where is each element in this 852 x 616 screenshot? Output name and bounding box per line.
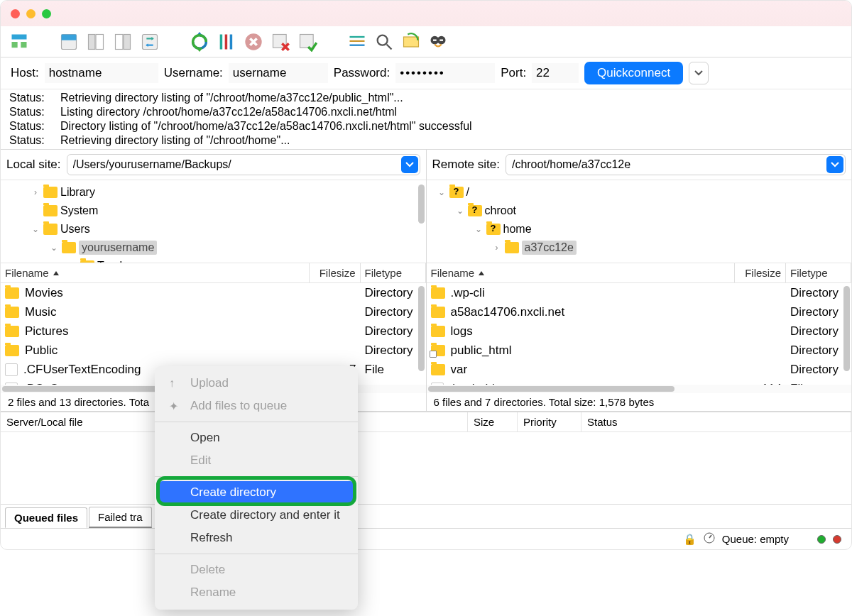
remote-file-list[interactable]: .wp-cliDirectorya58ac14706.nxcli.netDire…	[427, 283, 852, 385]
file-row[interactable]: public_htmlDirectory	[427, 341, 852, 360]
file-row[interactable]: PublicDirectory	[1, 341, 426, 360]
disconnect-icon[interactable]	[269, 31, 292, 53]
file-row[interactable]: MusicDirectory	[1, 302, 426, 321]
chevron-icon[interactable]: ›	[492, 243, 502, 253]
quickconnect-button[interactable]: Quickconnect	[584, 62, 683, 84]
chevron-icon[interactable]: ⌄	[455, 206, 465, 216]
file-type: Directory	[786, 324, 851, 339]
tree-row[interactable]: Trash	[1, 257, 426, 263]
menu-refresh[interactable]: Refresh	[155, 527, 358, 549]
scrollbar[interactable]	[418, 286, 425, 371]
process-queue-icon[interactable]	[215, 31, 238, 53]
remote-tree[interactable]: ⌄/⌄chroot⌄home›a37cc12e	[427, 180, 852, 263]
tree-row[interactable]: ›Library	[1, 183, 426, 202]
remote-site-input[interactable]	[506, 158, 826, 171]
file-row[interactable]: MoviesDirectory	[1, 283, 426, 302]
local-site-input[interactable]	[67, 158, 401, 171]
chevron-icon[interactable]: ⌄	[31, 224, 40, 234]
tab-queued-files[interactable]: Queued files	[5, 507, 87, 528]
host-input[interactable]	[45, 63, 158, 83]
queue-col-status[interactable]: Status	[581, 412, 851, 431]
menu-upload[interactable]: ↑Upload	[155, 372, 358, 395]
local-path-dropdown[interactable]	[401, 156, 418, 173]
queue-col-priority[interactable]: Priority	[518, 412, 581, 431]
toggle-local-tree-icon[interactable]	[84, 31, 107, 53]
menu-add-to-queue[interactable]: ✦Add files to queue	[155, 395, 358, 417]
col-filesize[interactable]: Filesize	[735, 263, 786, 282]
username-input[interactable]	[229, 63, 328, 83]
file-row[interactable]: varDirectory	[427, 360, 852, 379]
tab-failed-transfers[interactable]: Failed tra	[89, 507, 152, 528]
folder-icon	[431, 345, 445, 356]
menu-edit[interactable]: Edit	[155, 449, 358, 472]
tree-row[interactable]: ⌄home	[427, 220, 852, 238]
chevron-icon[interactable]: ›	[31, 187, 40, 197]
port-input[interactable]	[532, 63, 579, 83]
chevron-icon[interactable]: ⌄	[474, 224, 484, 234]
toggle-remote-tree-icon[interactable]	[111, 31, 134, 53]
refresh-icon[interactable]	[188, 31, 211, 53]
quickconnect-dropdown[interactable]	[689, 62, 709, 84]
folder-icon	[5, 287, 19, 299]
queue-body[interactable]	[1, 432, 851, 504]
file-row[interactable]: logsDirectory	[427, 321, 852, 341]
menu-open[interactable]: Open	[155, 427, 358, 449]
split-panes: Local site: ›LibrarySystem⌄Users⌄youruse…	[1, 150, 851, 412]
menu-create-directory[interactable]: Create directory	[159, 481, 354, 504]
remote-path-dropdown[interactable]	[826, 156, 843, 173]
tree-row[interactable]: ⌄chroot	[427, 202, 852, 220]
tree-row[interactable]: ⌄/	[427, 183, 852, 202]
password-input[interactable]	[395, 63, 495, 83]
upload-icon: ↑	[169, 377, 175, 390]
col-filetype[interactable]: Filetype	[786, 263, 851, 282]
tree-row[interactable]: System	[1, 202, 426, 220]
close-window-button[interactable]	[11, 9, 20, 18]
scrollbar[interactable]	[843, 286, 850, 371]
scrollbar[interactable]	[418, 185, 425, 224]
tree-row[interactable]: ⌄yourusername	[1, 238, 426, 257]
col-filename[interactable]: Filename	[427, 263, 736, 282]
log-row: Status:Retrieving directory listing of "…	[9, 91, 843, 105]
file-row[interactable]: .bash_history114File	[427, 379, 852, 385]
chevron-icon[interactable]: ⌄	[437, 187, 447, 197]
tree-row[interactable]: ›a37cc12e	[427, 238, 852, 257]
file-type: Directory	[361, 305, 426, 319]
compare-icon[interactable]	[427, 31, 449, 53]
svg-rect-12	[230, 34, 233, 49]
tree-label: yourusername	[79, 241, 157, 255]
toggle-log-icon[interactable]	[58, 31, 80, 53]
menu-delete[interactable]: Delete	[155, 559, 358, 581]
file-name: public_html	[451, 343, 512, 358]
folder-icon	[43, 205, 58, 216]
maximize-window-button[interactable]	[42, 9, 51, 18]
col-filetype[interactable]: Filetype	[361, 263, 426, 282]
cancel-icon[interactable]	[242, 31, 265, 53]
queue-col-size[interactable]: Size	[468, 412, 518, 431]
search-icon[interactable]	[373, 31, 395, 53]
folder-icon	[5, 345, 19, 356]
folder-icon	[5, 307, 19, 318]
col-filename[interactable]: Filename	[1, 263, 310, 282]
file-icon	[5, 383, 18, 385]
file-row[interactable]: a58ac14706.nxcli.netDirectory	[427, 302, 852, 321]
minimize-window-button[interactable]	[26, 9, 36, 18]
sync-browse-icon[interactable]	[400, 31, 422, 53]
status-indicator-red	[833, 535, 841, 544]
site-manager-icon[interactable]	[8, 31, 31, 53]
col-filesize[interactable]: Filesize	[310, 263, 361, 282]
tree-row[interactable]: ⌄Users	[1, 220, 426, 238]
titlebar	[1, 1, 851, 26]
local-tree[interactable]: ›LibrarySystem⌄Users⌄yourusernameTrash	[1, 180, 426, 263]
log-panel[interactable]: Status:Retrieving directory listing of "…	[1, 89, 851, 150]
menu-create-directory-enter[interactable]: Create directory and enter it	[155, 504, 358, 527]
menu-rename[interactable]: Rename	[155, 581, 358, 604]
file-row[interactable]: PicturesDirectory	[1, 321, 426, 341]
status-indicator-green	[817, 535, 826, 544]
reconnect-icon[interactable]	[296, 31, 319, 53]
file-row[interactable]: .wp-cliDirectory	[427, 283, 852, 302]
toggle-queue-icon[interactable]	[138, 31, 161, 53]
filter-icon[interactable]	[346, 31, 368, 53]
svg-rect-17	[350, 40, 365, 41]
svg-rect-0	[12, 34, 27, 39]
chevron-icon[interactable]: ⌄	[49, 243, 59, 253]
